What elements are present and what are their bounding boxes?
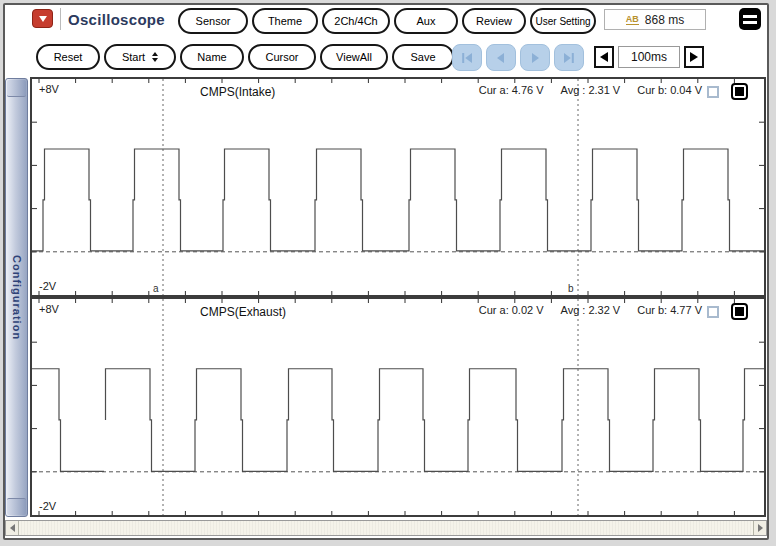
ch2-cur-b-label: Cur b: (637, 304, 667, 316)
channel-2-panel: +8V -2V CMPS(Exhaust) Cur a:0.02 V Avg :… (30, 297, 766, 517)
ch1-avg-label: Avg : (561, 84, 586, 96)
channel-1-panel: +8V -2V CMPS(Intake) Cur a:4.76 V Avg :2… (30, 77, 766, 297)
save-button[interactable]: Save (392, 44, 454, 70)
aux-button[interactable]: Aux (394, 8, 458, 34)
app-menu-button[interactable] (32, 9, 53, 28)
ch1-avg-value: 2.31 V (588, 84, 620, 96)
start-button-label: Start (122, 51, 145, 63)
ch2-avg-value: 2.32 V (588, 304, 620, 316)
name-button[interactable]: Name (180, 44, 244, 70)
ch2-readout: Cur a:0.02 V Avg :2.32 V Cur b:4.77 V (476, 304, 702, 316)
ch2-active-toggle[interactable] (731, 303, 748, 320)
ch1-checkbox[interactable] (707, 86, 719, 98)
waveform-path (32, 149, 764, 251)
ch2-checkbox[interactable] (707, 306, 719, 318)
prev-icon (495, 52, 507, 64)
timebase-decrease-button[interactable] (594, 46, 614, 68)
cursor-a-label: a (153, 283, 159, 294)
waveform-path (32, 369, 764, 472)
ch2-cur-a-label: Cur a: (479, 304, 509, 316)
title-divider (60, 8, 61, 30)
review-button[interactable]: Review (462, 8, 526, 34)
skip-last-icon (563, 52, 575, 64)
ch1-bottom-voltage-label: -2V (39, 280, 56, 292)
configuration-tab-label: Configuration (11, 255, 23, 340)
ch1-cur-a-value: 4.76 V (512, 84, 544, 96)
spinner-updown-icon (152, 52, 158, 62)
page-title: Oscilloscope (68, 11, 165, 28)
ab-cursor-icon: AB (626, 14, 639, 25)
ch1-active-toggle[interactable] (731, 83, 748, 100)
skip-first-icon (461, 52, 473, 64)
skip-last-button[interactable] (554, 44, 584, 71)
viewall-button[interactable]: ViewAll (320, 44, 388, 70)
horizontal-scrollbar[interactable] (5, 520, 767, 536)
prev-button[interactable] (486, 44, 516, 71)
ch2-cur-a-value: 0.02 V (512, 304, 544, 316)
ch2-cur-b-value: 4.77 V (670, 304, 702, 316)
configuration-tab[interactable]: Configuration (5, 78, 28, 517)
left-arrow-icon (600, 52, 608, 62)
right-arrow-icon (690, 52, 698, 62)
ch1-readout: Cur a:4.76 V Avg :2.31 V Cur b:0.04 V (476, 84, 702, 96)
sensor-button[interactable]: Sensor (178, 8, 248, 34)
dropdown-arrow-icon (39, 16, 47, 22)
scroll-left-button[interactable] (6, 521, 19, 535)
waveform-svg-ch2 (32, 299, 764, 515)
menu-icon[interactable] (739, 8, 761, 30)
ch2-bottom-voltage-label: -2V (39, 500, 56, 512)
ch1-cur-b-value: 0.04 V (670, 84, 702, 96)
ch1-cur-a-label: Cur a: (479, 84, 509, 96)
next-icon (529, 52, 541, 64)
user-setting-button[interactable]: User Setting (530, 8, 596, 34)
scroll-right-icon (758, 524, 763, 532)
next-button[interactable] (520, 44, 550, 71)
ch2-avg-label: Avg : (561, 304, 586, 316)
timebase-display: 100ms (618, 46, 680, 68)
scope-plot-area: +8V -2V CMPS(Intake) Cur a:4.76 V Avg :2… (30, 77, 766, 517)
scroll-right-button[interactable] (753, 521, 766, 535)
oscilloscope-app: Oscilloscope Sensor Theme 2Ch/4Ch Aux Re… (0, 0, 776, 546)
ch1-title: CMPS(Intake) (200, 85, 275, 99)
ch1-top-voltage-label: +8V (39, 83, 59, 95)
scroll-left-icon (10, 524, 15, 532)
theme-button[interactable]: Theme (252, 8, 318, 34)
waveform-svg-ch1 (32, 79, 764, 295)
ab-time-display: AB 868 ms (604, 9, 706, 30)
skip-first-button[interactable] (452, 44, 482, 71)
cursor-b-label: b (568, 283, 574, 294)
ch2-title: CMPS(Exhaust) (200, 305, 286, 319)
channel-mode-button[interactable]: 2Ch/4Ch (322, 8, 390, 34)
cursor-button[interactable]: Cursor (248, 44, 316, 70)
ch1-cur-b-label: Cur b: (637, 84, 667, 96)
start-button[interactable]: Start (104, 44, 176, 70)
ch2-top-voltage-label: +8V (39, 303, 59, 315)
ab-time-value: 868 ms (645, 13, 684, 27)
timebase-increase-button[interactable] (684, 46, 704, 68)
reset-button[interactable]: Reset (36, 44, 100, 70)
